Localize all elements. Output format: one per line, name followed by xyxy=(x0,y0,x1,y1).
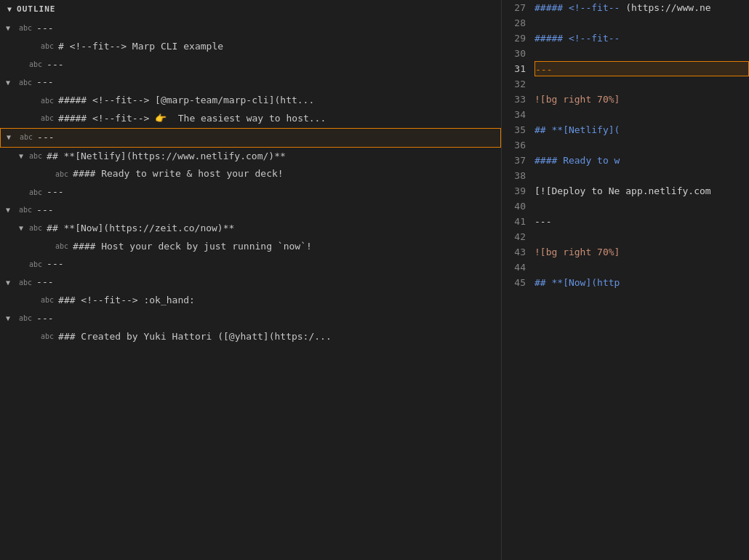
code-line-31[interactable]: --- xyxy=(534,61,749,76)
item-label: --- xyxy=(36,275,53,290)
list-item[interactable]: abc ## **[Now](https://zeit.co/now)** xyxy=(0,220,501,238)
list-item[interactable]: abc # <!--fit--> Marp CLI example xyxy=(0,38,501,56)
item-label: ##### <!--fit--> 👉 The easiest way to ho… xyxy=(58,111,326,127)
list-item[interactable]: abc --- xyxy=(0,201,501,220)
line-number: 41 xyxy=(502,214,526,229)
code-line-37[interactable]: #### Ready to w xyxy=(534,153,749,168)
code-line-40[interactable] xyxy=(534,199,749,214)
list-item[interactable]: abc --- xyxy=(0,273,501,292)
line-number: 32 xyxy=(502,76,526,92)
list-item[interactable]: abc --- xyxy=(0,255,501,273)
list-item[interactable]: abc --- xyxy=(0,56,501,74)
outline-collapse-arrow[interactable]: ▼ xyxy=(7,5,12,13)
type-badge: abc xyxy=(29,259,42,271)
line-number: 44 xyxy=(502,260,526,275)
code-line-32[interactable] xyxy=(534,76,749,92)
code-token: ![bg right 70%] xyxy=(534,94,620,105)
code-token: [![Deploy to Ne xyxy=(534,185,620,196)
type-badge: abc xyxy=(29,151,42,162)
code-line-35[interactable]: ## **[Netlify]( xyxy=(534,122,749,137)
line-number: 40 xyxy=(502,199,526,214)
item-label: # <!--fit--> Marp CLI example xyxy=(58,39,223,55)
code-line-45[interactable]: ## **[Now](http xyxy=(534,275,749,290)
list-item[interactable]: abc #### Host your deck by just running … xyxy=(0,238,501,256)
editor-content: 27 28 29 30 31 32 33 34 35 36 37 38 39 4… xyxy=(502,0,749,560)
list-item[interactable]: abc #### Ready to write & host your deck… xyxy=(0,165,501,183)
code-line-43[interactable]: ![bg right 70%] xyxy=(534,244,749,260)
item-label: #### Ready to write & host your deck! xyxy=(73,167,284,182)
type-badge: abc xyxy=(29,187,42,199)
line-number: 39 xyxy=(502,183,526,199)
code-line-30[interactable] xyxy=(534,46,749,61)
outline-items: abc --- abc # <!--fit--> Marp CLI exampl… xyxy=(0,18,501,560)
type-badge: abc xyxy=(19,204,32,216)
type-badge: abc xyxy=(20,132,33,143)
code-token: ## **[Netlify]( xyxy=(534,124,620,135)
code-line-28[interactable] xyxy=(534,15,749,31)
list-item[interactable]: abc ##### <!--fit--> 👉 The easiest way t… xyxy=(0,110,501,128)
expand-arrow-icon xyxy=(7,132,17,143)
list-item[interactable]: abc ## **[Netlify](https://www.netlify.c… xyxy=(0,148,501,166)
code-line-38[interactable] xyxy=(534,168,749,183)
line-number: 29 xyxy=(502,31,526,46)
line-number: 34 xyxy=(502,107,526,122)
type-badge: abc xyxy=(41,295,54,306)
line-number: 45 xyxy=(502,275,526,290)
code-line-27[interactable]: ##### <!--fit-- (https://www.ne xyxy=(534,0,749,15)
code-line-29[interactable]: ##### <!--fit-- xyxy=(534,31,749,46)
item-label: ## **[Now](https://zeit.co/now)** xyxy=(47,221,234,236)
type-badge: abc xyxy=(19,313,32,324)
type-badge: abc xyxy=(19,77,32,89)
type-badge: abc xyxy=(41,331,54,343)
editor-panel: 27 28 29 30 31 32 33 34 35 36 37 38 39 4… xyxy=(502,0,749,560)
item-label: --- xyxy=(47,185,63,200)
line-number-active: 31 xyxy=(502,61,526,76)
code-line-34[interactable] xyxy=(534,107,749,122)
line-number: 35 xyxy=(502,122,526,137)
list-item[interactable]: abc --- xyxy=(0,183,501,201)
item-label: --- xyxy=(36,75,53,90)
type-badge: abc xyxy=(41,113,54,124)
code-token: (https://www.ne xyxy=(625,2,710,13)
expand-arrow-icon xyxy=(6,277,16,289)
line-number: 36 xyxy=(502,137,526,153)
line-number: 43 xyxy=(502,244,526,260)
type-badge: abc xyxy=(41,41,54,52)
code-line-41[interactable]: --- xyxy=(534,214,749,229)
list-item[interactable]: abc --- xyxy=(0,73,501,92)
code-line-39[interactable]: [![Deploy to Ne app.netlify.com xyxy=(534,183,749,199)
type-badge: abc xyxy=(29,59,42,71)
code-line-36[interactable] xyxy=(534,137,749,153)
line-number: 37 xyxy=(502,153,526,168)
expand-arrow-icon xyxy=(19,223,29,234)
list-item[interactable]: abc ### Created by Yuki Hattori ([@yhatt… xyxy=(0,328,501,346)
type-badge: abc xyxy=(55,169,68,180)
expand-arrow-icon xyxy=(6,313,16,324)
line-number: 27 xyxy=(502,0,526,15)
item-label: ### Created by Yuki Hattori ([@yhatt](ht… xyxy=(58,329,332,345)
expand-arrow-icon xyxy=(6,204,16,216)
item-label: --- xyxy=(36,21,53,36)
expand-arrow-icon xyxy=(6,23,16,34)
type-badge: abc xyxy=(55,241,68,252)
expand-arrow-icon xyxy=(6,77,16,89)
code-line-44[interactable] xyxy=(534,260,749,275)
line-numbers: 27 28 29 30 31 32 33 34 35 36 37 38 39 4… xyxy=(502,0,534,560)
item-label: #### Host your deck by just running `now… xyxy=(73,239,312,255)
line-number: 30 xyxy=(502,46,526,61)
list-item[interactable]: abc ### <!--fit--> :ok_hand: xyxy=(0,292,501,310)
item-label: --- xyxy=(36,311,53,327)
code-line-33[interactable]: ![bg right 70%] xyxy=(534,92,749,107)
type-badge: abc xyxy=(19,23,32,34)
list-item[interactable]: abc --- xyxy=(0,20,501,38)
expand-arrow-icon xyxy=(19,151,29,162)
list-item[interactable]: abc --- xyxy=(0,128,501,148)
list-item[interactable]: abc ##### <!--fit--> [@marp-team/marp-cl… xyxy=(0,92,501,110)
code-token: ##### <!--fit-- xyxy=(534,2,620,13)
code-lines[interactable]: ##### <!--fit-- (https://www.ne ##### <!… xyxy=(534,0,749,560)
item-label: --- xyxy=(36,203,53,218)
code-line-42[interactable] xyxy=(534,229,749,244)
type-badge: abc xyxy=(29,223,42,234)
item-label: --- xyxy=(37,130,54,145)
list-item[interactable]: abc --- xyxy=(0,310,501,328)
